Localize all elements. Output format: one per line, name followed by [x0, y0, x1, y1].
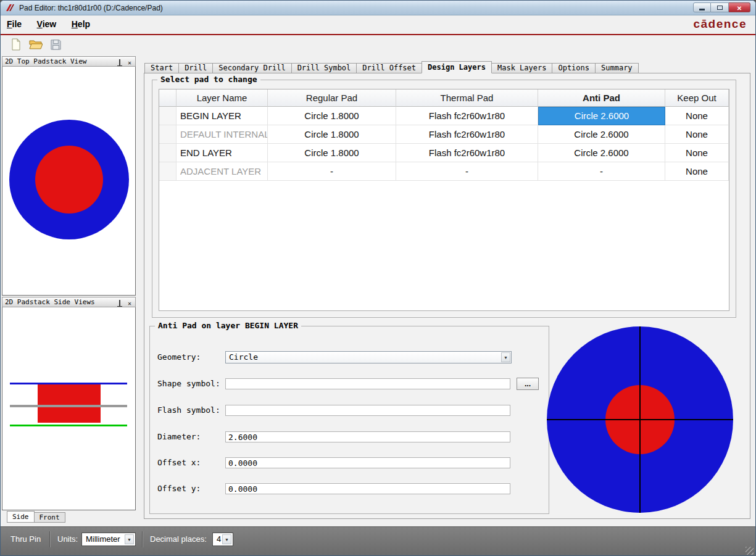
- offset-x-label: Offset x:: [157, 457, 201, 469]
- cell-thermal-pad[interactable]: Flash fc2r60w1r80: [396, 125, 538, 144]
- decimal-places-select[interactable]: 4: [212, 533, 233, 546]
- cell-layer-name[interactable]: ADJACENT LAYER: [177, 162, 268, 181]
- cell-keep-out[interactable]: None: [665, 125, 729, 144]
- save-icon: [50, 39, 62, 53]
- cell-thermal-pad[interactable]: Flash fc2r60w1r80: [396, 107, 538, 125]
- flash-symbol-row: Flash symbol:: [150, 404, 549, 417]
- shape-symbol-label: Shape symbol:: [157, 378, 220, 390]
- design-layers-pane: Select pad to change Layer Name Regular …: [144, 73, 750, 519]
- tab-side[interactable]: Side: [7, 511, 35, 523]
- cell-keep-out[interactable]: None: [665, 144, 729, 162]
- side-view-bottom-layer-line: [10, 425, 127, 426]
- side-views-panel: 2D Padstack Side Views Side Front: [2, 297, 136, 523]
- new-document-icon: [10, 38, 22, 53]
- float-panel-button[interactable]: [118, 59, 125, 65]
- minimize-button[interactable]: [693, 2, 711, 12]
- table-row: BEGIN LAYER Circle 1.8000 Flash fc2r60w1…: [159, 107, 729, 125]
- anti-pad-group-title: Anti Pad on layer BEGIN LAYER: [155, 321, 301, 330]
- top-view-pad-circle: [35, 146, 103, 214]
- side-views-header[interactable]: 2D Padstack Side Views: [2, 297, 136, 307]
- select-pad-group-title: Select pad to change: [157, 75, 260, 84]
- cell-regular-pad[interactable]: Circle 1.8000: [268, 125, 396, 144]
- cell-anti-pad[interactable]: -: [538, 162, 665, 181]
- new-button[interactable]: [8, 38, 24, 54]
- close-button[interactable]: [729, 2, 750, 12]
- cell-regular-pad[interactable]: Circle 1.8000: [268, 144, 396, 162]
- tab-options[interactable]: Options: [552, 63, 596, 73]
- close-panel-icon[interactable]: [126, 299, 133, 306]
- geometry-row: Geometry: Circle: [150, 351, 549, 364]
- float-icon: [119, 59, 120, 67]
- tab-summary[interactable]: Summary: [595, 63, 639, 73]
- browse-button[interactable]: ...: [517, 378, 539, 390]
- top-padstack-view-header[interactable]: 2D Top Padstack View: [2, 56, 136, 67]
- cell-regular-pad[interactable]: -: [268, 162, 396, 181]
- diameter-label: Diameter:: [157, 431, 201, 443]
- save-button[interactable]: [48, 38, 64, 54]
- resize-grip[interactable]: [746, 547, 754, 555]
- col-regular-pad: Regular Pad: [268, 89, 396, 107]
- offset-y-input[interactable]: [225, 483, 510, 494]
- cell-anti-pad[interactable]: Circle 2.6000: [538, 144, 665, 162]
- decimal-places-value: 4: [217, 533, 221, 546]
- statusbar-separator: [49, 531, 51, 547]
- open-button[interactable]: [28, 38, 44, 54]
- chevron-down-icon: [222, 534, 231, 544]
- units-select[interactable]: Millimeter: [81, 533, 136, 546]
- decimal-places-label: Decimal places:: [150, 533, 207, 546]
- diameter-input[interactable]: [225, 431, 510, 442]
- table-header-row: Layer Name Regular Pad Thermal Pad Anti …: [159, 89, 729, 107]
- tab-drill[interactable]: Drill: [178, 63, 213, 73]
- geometry-label: Geometry:: [157, 351, 201, 363]
- cell-anti-pad-selected[interactable]: Circle 2.6000: [538, 107, 665, 125]
- offset-y-row: Offset y:: [150, 483, 549, 496]
- cell-keep-out[interactable]: None: [665, 162, 729, 181]
- maximize-icon: [717, 6, 723, 10]
- tab-mask-layers[interactable]: Mask Layers: [491, 63, 552, 73]
- tab-drill-symbol[interactable]: Drill Symbol: [291, 63, 357, 73]
- tab-design-layers[interactable]: Design Layers: [422, 61, 492, 73]
- geometry-select[interactable]: Circle: [225, 351, 512, 363]
- tab-drill-offset[interactable]: Drill Offset: [356, 63, 422, 73]
- geometry-value: Circle: [229, 352, 258, 363]
- anti-pad-preview: [547, 326, 733, 513]
- table-row: END LAYER Circle 1.8000 Flash fc2r60w1r8…: [159, 144, 729, 162]
- tab-start[interactable]: Start: [144, 63, 179, 73]
- cell-layer-name[interactable]: END LAYER: [177, 144, 268, 162]
- cell-thermal-pad[interactable]: -: [396, 162, 538, 181]
- row-header-cell[interactable]: [159, 144, 177, 162]
- cadence-logo: cādence: [693, 17, 747, 31]
- col-thermal-pad: Thermal Pad: [396, 89, 538, 107]
- row-header-cell[interactable]: [159, 125, 177, 144]
- top-padstack-canvas: [2, 67, 136, 296]
- menu-view[interactable]: View: [31, 15, 63, 29]
- row-header-cell[interactable]: [159, 107, 177, 125]
- close-panel-icon[interactable]: [126, 58, 133, 65]
- menu-help[interactable]: Help: [65, 15, 96, 29]
- float-icon: [119, 300, 120, 307]
- menu-file[interactable]: File: [1, 15, 28, 29]
- cell-anti-pad[interactable]: Circle 2.6000: [538, 125, 665, 144]
- maximize-button[interactable]: [711, 2, 729, 12]
- window-controls: [693, 2, 750, 12]
- flash-symbol-input[interactable]: [225, 405, 510, 416]
- cell-keep-out[interactable]: None: [665, 107, 729, 125]
- table-corner-cell: [159, 89, 177, 107]
- float-panel-button[interactable]: [118, 300, 125, 305]
- side-view-canvas: [2, 307, 136, 510]
- statusbar-separator: [142, 531, 143, 547]
- side-view-tabs: Side Front: [2, 510, 136, 523]
- cell-regular-pad[interactable]: Circle 1.8000: [268, 107, 396, 125]
- titlebar[interactable]: Pad Editor: thc1r80d1r00 (D:/Cadence/Pad…: [1, 1, 755, 15]
- app-icon[interactable]: [5, 3, 15, 13]
- tab-front[interactable]: Front: [34, 512, 65, 523]
- offset-x-input[interactable]: [225, 457, 510, 468]
- close-icon: [737, 2, 742, 13]
- cell-thermal-pad[interactable]: Flash fc2r60w1r80: [396, 144, 538, 162]
- cell-layer-name[interactable]: DEFAULT INTERNAL: [177, 125, 268, 144]
- top-padstack-view-title: 2D Top Padstack View: [5, 57, 86, 65]
- tab-secondary-drill[interactable]: Secondary Drill: [212, 63, 291, 73]
- row-header-cell[interactable]: [159, 162, 177, 181]
- cell-layer-name[interactable]: BEGIN LAYER: [177, 107, 268, 125]
- shape-symbol-input[interactable]: [225, 378, 510, 389]
